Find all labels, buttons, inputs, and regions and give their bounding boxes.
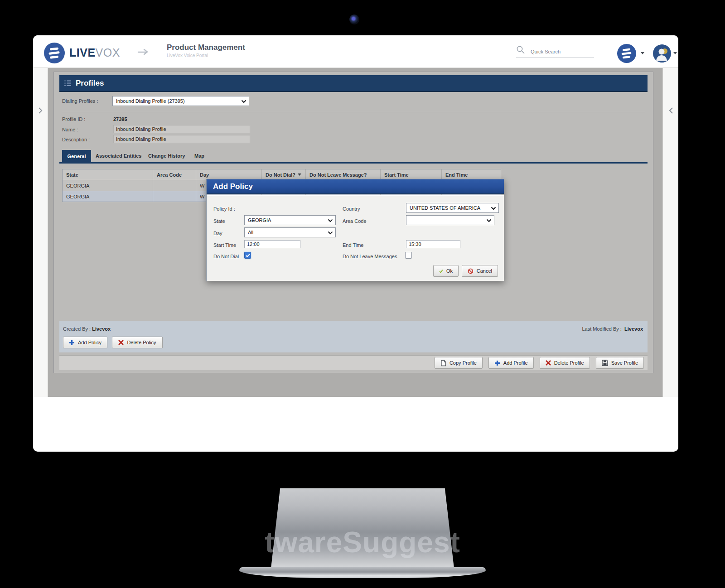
col-area-code[interactable]: Area Code: [153, 169, 196, 180]
tab-associated-entities[interactable]: Associated Entities: [96, 153, 141, 159]
tab-general[interactable]: General: [62, 150, 91, 162]
do-not-leave-messages-label: Do Not Leave Messages: [343, 254, 397, 259]
col-day[interactable]: Day: [196, 169, 262, 180]
col-do-not-dial[interactable]: Do Not Dial?: [262, 169, 306, 180]
add-policy-button[interactable]: Add Policy: [63, 337, 107, 348]
panel-title: Profiles: [76, 79, 104, 88]
day-label: Day: [213, 231, 222, 236]
add-profile-button[interactable]: Add Profile: [488, 357, 534, 369]
watermark-text: twareSuggest: [244, 525, 481, 559]
profile-actions-bar: Copy Profile Add Profile Delete Profile …: [59, 355, 648, 370]
col-end-time[interactable]: End Time: [442, 169, 501, 180]
app-header: LIVEVOX Product Management LiveVox Voice…: [33, 35, 678, 68]
delete-profile-button[interactable]: Delete Profile: [540, 357, 590, 369]
do-not-dial-label: Do Not Dial: [213, 254, 239, 259]
left-collapse-strip[interactable]: [33, 68, 48, 397]
do-not-leave-messages-checkbox[interactable]: [405, 252, 412, 259]
name-field[interactable]: [113, 125, 250, 133]
plus-icon: [494, 360, 500, 366]
last-modified-by: Last Modified By : Livevox: [582, 326, 643, 332]
right-collapse-strip[interactable]: [662, 68, 678, 397]
profile-id-label: Profile ID :: [62, 116, 85, 122]
copy-profile-button[interactable]: Copy Profile: [435, 357, 483, 369]
user-menu-caret-icon[interactable]: [673, 52, 677, 54]
save-profile-button[interactable]: Save Profile: [596, 357, 644, 369]
search-input[interactable]: Quick Search: [531, 49, 561, 54]
expand-left-chevron-icon[interactable]: [38, 107, 43, 114]
ok-button[interactable]: Ok: [433, 265, 459, 277]
tab-underline: [59, 162, 648, 164]
modal-title: Add Policy: [213, 182, 253, 191]
day-select[interactable]: All: [244, 227, 336, 237]
livevox-logo-icon: [44, 43, 65, 63]
tab-map[interactable]: Map: [194, 153, 204, 159]
delete-policy-button[interactable]: Delete Policy: [112, 337, 163, 348]
copy-icon: [440, 360, 446, 366]
breadcrumb-arrow-icon: [137, 48, 150, 57]
plus-icon: [69, 340, 75, 346]
area-code-select[interactable]: [406, 215, 494, 225]
start-time-field[interactable]: [244, 240, 300, 248]
dialing-profiles-label: Dialing Profiles :: [62, 98, 98, 104]
col-do-not-leave-message[interactable]: Do Not Leave Message?: [306, 169, 381, 180]
sort-caret-icon: [298, 174, 301, 176]
description-field[interactable]: [113, 135, 250, 143]
app-menu-caret-icon[interactable]: [641, 52, 644, 54]
app-menu-button[interactable]: [617, 44, 636, 63]
x-icon: [546, 360, 551, 366]
stand-watermark-area: twareSuggest: [244, 516, 481, 571]
brand-live: LIVE: [69, 46, 96, 59]
dialing-profiles-select[interactable]: Inbound Dialing Profile (27395): [112, 96, 249, 106]
check-icon: [439, 268, 443, 274]
search-icon: [516, 45, 525, 56]
country-label: Country: [343, 206, 360, 212]
end-time-label: End Time: [343, 242, 363, 248]
divider: [62, 112, 645, 112]
modal-body: Policy Id : Country UNITED STATES OF AME…: [207, 195, 504, 281]
profiles-icon: [64, 80, 72, 87]
page-subtitle: LiveVox Voice Portal: [167, 53, 245, 58]
col-state[interactable]: State: [63, 169, 153, 180]
policy-footer-band: Created By : Livevox Last Modified By : …: [59, 321, 648, 352]
state-label: State: [213, 218, 225, 224]
monitor-frame: LIVEVOX Product Management LiveVox Voice…: [33, 35, 678, 452]
x-icon: [118, 340, 124, 345]
created-by: Created By : Livevox: [63, 326, 111, 332]
webcam-dot: [349, 14, 359, 24]
brand-vox: VOX: [96, 46, 120, 59]
prohibition-icon: [468, 268, 474, 275]
search-underline: [516, 58, 594, 58]
policy-id-label: Policy Id :: [213, 206, 235, 212]
col-start-time[interactable]: Start Time: [381, 169, 442, 180]
page-title: Product Management: [167, 43, 245, 52]
page-title-block: Product Management LiveVox Voice Portal: [167, 43, 245, 58]
start-time-label: Start Time: [213, 242, 236, 248]
state-select[interactable]: GEORGIA: [244, 215, 336, 225]
user-avatar[interactable]: [653, 44, 671, 63]
expand-right-chevron-icon[interactable]: [669, 107, 673, 114]
profile-id-value: 27395: [113, 116, 127, 122]
description-label: Description :: [62, 137, 90, 142]
modal-titlebar: Add Policy: [207, 179, 504, 194]
add-policy-modal: Add Policy Policy Id : Country UNITED ST…: [206, 179, 504, 281]
end-time-field[interactable]: [406, 240, 460, 248]
name-label: Name :: [62, 127, 78, 132]
country-select[interactable]: UNITED STATES OF AMERICA: [406, 203, 499, 213]
save-icon: [602, 360, 608, 366]
brand-text: LIVEVOX: [69, 46, 120, 59]
do-not-dial-checkbox[interactable]: [244, 252, 251, 259]
tab-change-history[interactable]: Change History: [148, 153, 185, 159]
stage: LIVEVOX Product Management LiveVox Voice…: [0, 0, 725, 588]
profiles-titlebar: Profiles: [59, 75, 648, 92]
cancel-button[interactable]: Cancel: [462, 265, 498, 277]
area-code-label: Area Code: [343, 218, 367, 224]
